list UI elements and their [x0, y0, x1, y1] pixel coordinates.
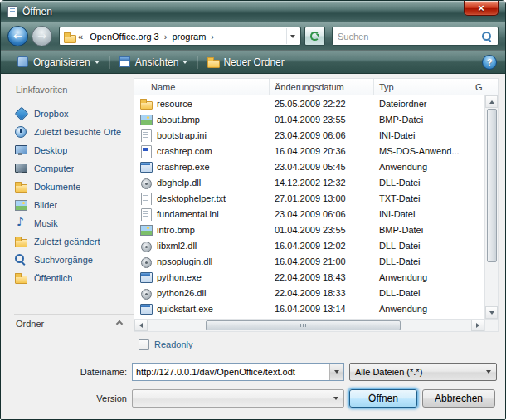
sidebar-item-label: Dropbox: [34, 109, 69, 119]
views-icon: [119, 56, 131, 68]
address-dropdown-button[interactable]: [286, 28, 299, 44]
version-combobox[interactable]: [132, 389, 344, 408]
filename-dropdown-button[interactable]: [329, 364, 343, 380]
file-name: fundamental.ini: [157, 209, 219, 219]
documents-icon: [14, 180, 28, 193]
filename-combobox[interactable]: [132, 363, 344, 381]
vertical-scrollbar[interactable]: [484, 95, 498, 319]
image-file-icon: [139, 223, 153, 237]
file-name-cell: desktophelper.txt: [134, 192, 270, 205]
dll-file-icon: [139, 255, 153, 268]
chevron-down-icon: [290, 35, 295, 38]
file-name: python.exe: [157, 272, 202, 282]
breadcrumb-item-program[interactable]: program: [168, 32, 209, 42]
file-row-quickstart.exe[interactable]: quickstart.exe 16.04.2009 13:14 Anwendun…: [134, 300, 484, 316]
help-button[interactable]: ?: [482, 55, 497, 70]
content-area: Linkfavoriten Dropbox Zuletzt besuchte O…: [7, 78, 499, 332]
file-row-npsoplugin.dll[interactable]: npsoplugin.dll 16.04.2009 21:00 DLL-Date…: [134, 253, 484, 269]
file-date: 27.01.2009 13:00: [270, 193, 374, 203]
sidebar-item-dropbox[interactable]: Dropbox: [14, 105, 134, 123]
cancel-button[interactable]: Abbrechen: [422, 389, 495, 408]
filename-input[interactable]: [133, 367, 329, 377]
dialog-icon: [7, 6, 17, 17]
file-row-python.exe[interactable]: python.exe 22.04.2009 18:43 Anwendung: [134, 269, 484, 285]
breadcrumb-overflow-chevron[interactable]: «: [76, 32, 86, 42]
file-name: crashrep.com: [157, 146, 212, 156]
refresh-button[interactable]: [304, 27, 325, 46]
version-dropdown-button[interactable]: [328, 397, 343, 400]
breadcrumb-item-openoffice[interactable]: OpenOffice.org 3: [86, 32, 163, 42]
filetype-combobox[interactable]: Alle Dateien (*.*): [349, 363, 497, 381]
favorites-header: Linkfavoriten: [14, 83, 134, 105]
file-row-crashrep.com[interactable]: crashrep.com 16.04.2009 20:36 MS-DOS-Anw…: [134, 143, 484, 159]
open-button[interactable]: Öffnen: [349, 389, 417, 408]
file-row-about.bmp[interactable]: about.bmp 01.04.2009 23:55 BMP-Datei: [134, 111, 484, 127]
sidebar-item-documents[interactable]: Dokumente: [14, 178, 134, 196]
filetype-dropdown-button[interactable]: [481, 370, 496, 374]
readonly-checkbox[interactable]: [139, 339, 149, 350]
file-date: 16.04.2009 13:14: [270, 304, 374, 314]
file-row-resource[interactable]: resource 25.05.2009 22:22 Dateiordner: [134, 95, 484, 111]
column-header-size[interactable]: G: [470, 79, 498, 95]
search-input[interactable]: [338, 32, 481, 42]
horizontal-scrollbar[interactable]: [134, 319, 498, 331]
address-bar[interactable]: « OpenOffice.org 3 › program ›: [59, 27, 301, 46]
views-button[interactable]: Ansichten: [111, 53, 196, 71]
folders-expander[interactable]: Ordner: [14, 314, 134, 332]
readonly-row: Readonly: [139, 338, 499, 351]
file-row-crashrep.exe[interactable]: crashrep.exe 23.04.2009 05:45 Anwendung: [134, 159, 484, 174]
public-icon: [14, 271, 28, 285]
horizontal-scroll-track[interactable]: [148, 320, 471, 331]
horizontal-scroll-thumb[interactable]: [206, 320, 401, 330]
file-name-cell: python26.dll: [134, 286, 270, 300]
title-bar[interactable]: Öffnen ×: [1, 1, 505, 22]
txt-file-icon: [139, 192, 153, 205]
search-box[interactable]: [332, 27, 499, 46]
column-header-date[interactable]: Änderungsdatum: [270, 79, 374, 95]
breadcrumb-separator[interactable]: ›: [209, 32, 216, 42]
sidebar-item-computer[interactable]: Computer: [14, 159, 134, 178]
dll-file-icon: [139, 286, 153, 300]
sidebar-item-desktop[interactable]: Desktop: [14, 141, 134, 159]
filename-row: Dateiname: Alle Dateien (*.*): [7, 363, 499, 381]
file-date: 25.05.2009 22:22: [270, 99, 374, 109]
sidebar-item-music[interactable]: Musik: [14, 214, 134, 232]
scroll-up-button[interactable]: [485, 95, 498, 108]
breadcrumb-separator[interactable]: ›: [163, 32, 169, 42]
file-type: DLL-Datei: [374, 178, 470, 188]
scroll-down-button[interactable]: [485, 306, 498, 319]
sidebar-item-public[interactable]: Öffentlich: [14, 269, 134, 287]
chevron-up-icon: [116, 320, 123, 327]
column-header-name[interactable]: Name: [134, 79, 270, 95]
file-row-fundamental.ini[interactable]: fundamental.ini 23.04.2009 06:06 INI-Dat…: [134, 206, 484, 222]
vertical-scroll-thumb[interactable]: [487, 109, 497, 262]
sidebar-item-searches[interactable]: Suchvorgänge: [14, 251, 134, 269]
refresh-icon: [310, 32, 319, 41]
column-header-type[interactable]: Typ: [374, 79, 470, 95]
sidebar-item-pictures[interactable]: Bilder: [14, 196, 134, 214]
forward-button[interactable]: [32, 26, 52, 46]
file-row-dbghelp.dll[interactable]: dbghelp.dll 14.12.2002 12:32 DLL-Datei: [134, 174, 484, 190]
file-row-python26.dll[interactable]: python26.dll 22.04.2009 18:33 DLL-Datei: [134, 285, 484, 300]
file-name-cell: npsoplugin.dll: [134, 255, 270, 268]
back-arrow-icon: [13, 31, 22, 42]
sidebar-item-recent-changed[interactable]: Zuletzt geändert: [14, 232, 134, 251]
back-button[interactable]: [7, 26, 28, 46]
file-row-desktophelper.txt[interactable]: desktophelper.txt 27.01.2009 13:00 TXT-D…: [134, 190, 484, 206]
file-type: MS-DOS-Anwend...: [374, 146, 470, 156]
new-folder-button[interactable]: Neuer Ordner: [199, 53, 291, 71]
file-row-libxml2.dll[interactable]: libxml2.dll 16.04.2009 12:02 DLL-Datei: [134, 237, 484, 253]
app-file-icon: [139, 302, 153, 315]
file-name-cell: crashrep.com: [134, 144, 270, 158]
file-row-intro.bmp[interactable]: intro.bmp 01.04.2009 23:55 BMP-Datei: [134, 222, 484, 237]
file-row-bootstrap.ini[interactable]: bootstrap.ini 23.04.2009 06:06 INI-Datei: [134, 127, 484, 143]
close-button[interactable]: ×: [464, 1, 499, 16]
scroll-left-button[interactable]: [134, 320, 148, 331]
sidebar-item-recent-places[interactable]: Zuletzt besuchte Orte: [14, 123, 134, 141]
file-type: DLL-Datei: [374, 241, 470, 251]
scroll-right-button[interactable]: [471, 320, 484, 331]
organize-button[interactable]: Organisieren: [9, 53, 107, 71]
file-date: 16.04.2009 20:36: [270, 146, 374, 156]
triangle-right-icon: [476, 323, 479, 328]
new-folder-label: Neuer Ordner: [223, 56, 284, 68]
